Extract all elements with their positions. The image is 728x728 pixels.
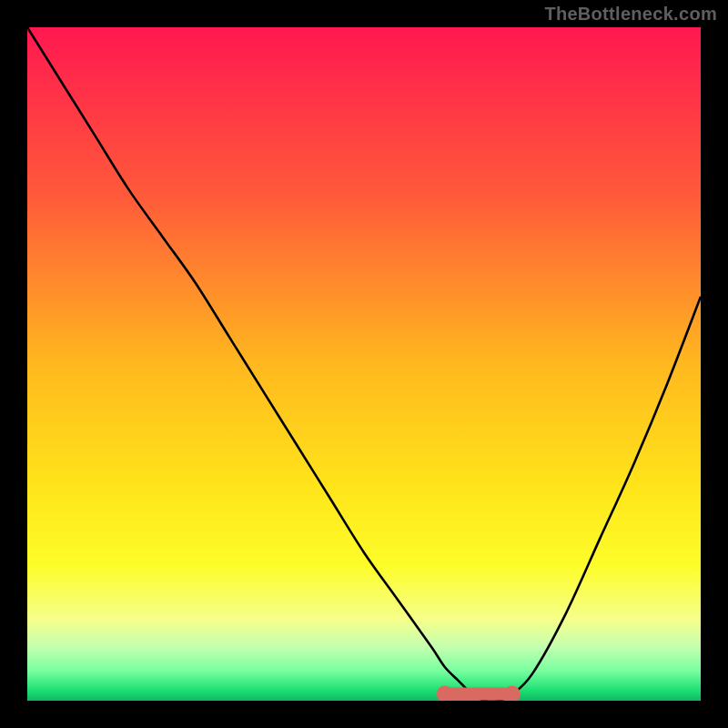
optimal-zone-marker bbox=[437, 686, 521, 701]
gradient-background bbox=[27, 27, 701, 701]
plot-area bbox=[27, 27, 701, 701]
plot-svg bbox=[27, 27, 701, 701]
watermark-text: TheBottleneck.com bbox=[544, 4, 717, 25]
chart-stage: TheBottleneck.com bbox=[0, 0, 728, 728]
